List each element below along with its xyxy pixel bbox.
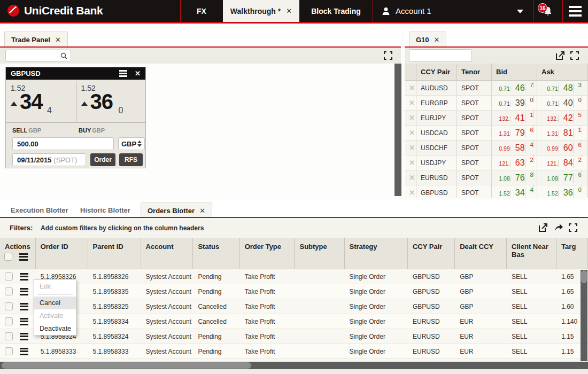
popout-icon[interactable] (539, 223, 547, 232)
bid-price[interactable]: 1.52344 (492, 185, 537, 198)
select-all-checkbox[interactable] (4, 253, 12, 261)
share-icon[interactable] (554, 223, 563, 232)
remove-pair-icon[interactable]: ✕ (405, 96, 416, 110)
column-header-actions[interactable]: Actions (0, 238, 36, 269)
notifications-button[interactable]: 16 (533, 0, 562, 22)
cell-strategy: Single Order (345, 299, 408, 314)
row-menu-icon[interactable] (20, 318, 28, 325)
close-icon[interactable]: ✕ (135, 69, 141, 77)
table-row[interactable]: 5.1.89583255.1.8958325Systest Account 1C… (0, 299, 588, 314)
fullscreen-icon[interactable] (569, 223, 577, 232)
menu-item-deactivate[interactable]: Deactivate (34, 322, 76, 335)
blotter-vscrollbar-thumb[interactable] (581, 270, 587, 283)
widget-menu-icon[interactable] (119, 70, 127, 77)
menu-item-cancel[interactable]: Cancel (34, 297, 76, 309)
close-icon[interactable]: ✕ (286, 7, 292, 15)
ask-price[interactable]: 0.71400 (537, 96, 588, 110)
bid-price[interactable]: 1.08768 (492, 170, 537, 185)
tab-fx[interactable]: FX (180, 0, 223, 22)
trade-panel-scrollbar[interactable] (394, 64, 401, 196)
tab-trade-panel[interactable]: Trade Panel ✕ (4, 32, 68, 47)
bid-price[interactable]: 0.99584 (492, 141, 537, 155)
fullscreen-icon[interactable] (384, 51, 392, 60)
tab-block-trading[interactable]: Block Trading (299, 0, 373, 22)
ask-price[interactable]: 1.08776 (537, 170, 588, 185)
column-header-targ[interactable]: Targ (556, 238, 588, 269)
table-row[interactable]: 5.1.89583265.1.8958326Systest Account 1P… (0, 269, 588, 284)
ask-price[interactable]: 1.52360 (537, 185, 588, 198)
close-icon[interactable]: ✕ (55, 36, 61, 44)
order-button[interactable]: Order (90, 153, 115, 166)
row-menu-icon[interactable] (20, 303, 28, 310)
blotter-hscrollbar-track[interactable] (0, 362, 588, 369)
row-menu-icon[interactable] (20, 288, 28, 295)
row-checkbox[interactable] (5, 317, 13, 325)
row-checkbox[interactable] (5, 272, 13, 280)
tab-walkthrough[interactable]: Walkthrough * ✕ (223, 0, 299, 22)
tab-execution-blotter[interactable]: Execution Blotter (4, 202, 75, 218)
column-header-subtype[interactable]: Subtype (295, 238, 344, 269)
column-header-status[interactable]: Status (193, 238, 239, 269)
row-checkbox[interactable] (5, 347, 13, 355)
ask-price[interactable]: 1.31811 (537, 126, 588, 140)
blotter-hscrollbar-thumb[interactable] (2, 362, 251, 369)
remove-pair-icon[interactable]: ✕ (405, 141, 416, 155)
fullscreen-icon[interactable] (570, 51, 579, 60)
remove-pair-icon[interactable]: ✕ (405, 155, 416, 170)
tab-g10-label: G10 (416, 36, 429, 44)
ask-price[interactable]: 0.99606 (537, 141, 588, 155)
ask-price[interactable]: 0.71483 (537, 81, 588, 95)
column-header-ccy-pair[interactable]: CCY Pair (416, 64, 457, 80)
column-header-order-id[interactable]: Order ID (36, 238, 88, 269)
column-header-client-near-bas[interactable]: Client Near Bas (507, 238, 556, 269)
column-header-bid[interactable]: Bid (492, 64, 537, 80)
close-icon[interactable]: ✕ (199, 207, 205, 215)
rfs-button[interactable]: RFS (119, 153, 143, 166)
buy-price-tile[interactable]: 1.52 36 0 (76, 81, 146, 122)
account-selector[interactable]: Account 1 (373, 0, 533, 22)
column-header-ccy-pair[interactable]: CCY Pair (408, 238, 455, 269)
remove-pair-icon[interactable]: ✕ (405, 170, 416, 185)
column-header-ask[interactable]: Ask (537, 64, 588, 80)
bid-price[interactable]: 121.632 (492, 155, 537, 170)
row-checkbox[interactable] (5, 332, 13, 340)
tab-historic-blotter[interactable]: Historic Blotter (74, 202, 137, 218)
column-header-strategy[interactable]: Strategy (345, 238, 408, 269)
column-header-account[interactable]: Account (141, 238, 194, 269)
row-checkbox[interactable] (5, 302, 13, 310)
blotter-vscrollbar-track[interactable] (581, 270, 587, 361)
main-menu-button[interactable] (562, 0, 588, 22)
close-icon[interactable]: ✕ (434, 36, 440, 44)
row-checkbox[interactable] (5, 287, 13, 295)
row-menu-icon[interactable] (20, 273, 28, 280)
table-row[interactable]: 5.1.89583335.1.8958333Systest Account 1P… (0, 344, 588, 359)
table-row[interactable]: 5.1.89583345.1.8958334Systest Account 1C… (0, 314, 588, 329)
tab-orders-blotter[interactable]: Orders Blotter ✕ (141, 202, 212, 218)
remove-pair-icon[interactable]: ✕ (405, 126, 416, 140)
bid-price[interactable]: 132.411 (492, 111, 537, 125)
remove-pair-icon[interactable]: ✕ (405, 185, 416, 198)
column-header-order-type[interactable]: Order Type (240, 238, 295, 269)
amount-input[interactable]: 500.00 (12, 137, 114, 150)
bid-price[interactable]: 0.71390 (492, 96, 537, 110)
ask-price[interactable]: 132.425 (537, 111, 588, 125)
row-menu-icon[interactable] (20, 333, 28, 340)
currency-select[interactable]: GBP (118, 137, 145, 150)
column-header-dealt-ccy[interactable]: Dealt CCY (455, 238, 507, 269)
tab-g10[interactable]: G10 ✕ (409, 32, 446, 47)
popout-icon[interactable] (556, 51, 564, 60)
g10-filter-input[interactable] (409, 49, 472, 62)
table-row[interactable]: 5.1.89583355.1.8958335Systest Account 1P… (0, 284, 588, 299)
remove-pair-icon[interactable]: ✕ (405, 111, 416, 125)
column-header-tenor[interactable]: Tenor (457, 64, 492, 80)
bid-price[interactable]: 0.71467 (492, 81, 537, 95)
remove-pair-icon[interactable]: ✕ (405, 81, 416, 95)
bid-price[interactable]: 1.31796 (492, 126, 537, 140)
value-date-input[interactable]: 09/11/2015 (SPOT) (12, 153, 86, 166)
bulk-actions-icon[interactable] (19, 253, 28, 261)
sell-price-tile[interactable]: 1.52 34 4 (6, 81, 76, 122)
ask-price[interactable]: 121.842 (537, 155, 588, 170)
table-row[interactable]: 5.1.89583245.1.8958324Systest Account 1P… (0, 329, 588, 344)
column-header-parent-id[interactable]: Parent ID (88, 238, 141, 269)
row-menu-icon[interactable] (20, 348, 28, 355)
